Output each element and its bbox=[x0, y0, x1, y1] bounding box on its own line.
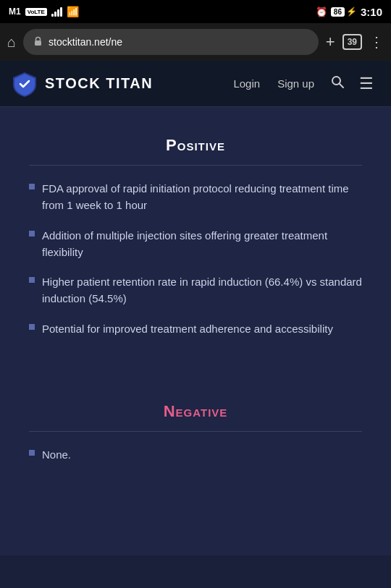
header-nav: Login Sign up ☰ bbox=[226, 70, 379, 98]
bullet-square-icon bbox=[29, 231, 35, 237]
positive-bullet-2: Addition of multiple injection sites off… bbox=[42, 227, 362, 261]
list-item: Addition of multiple injection sites off… bbox=[29, 227, 362, 261]
carrier-label: M1 bbox=[9, 7, 21, 17]
negative-section: Negative None. bbox=[12, 388, 379, 485]
add-tab-button[interactable]: + bbox=[326, 33, 335, 51]
address-text: stocktitan.net/ne bbox=[49, 36, 308, 48]
search-icon[interactable] bbox=[324, 70, 350, 97]
positive-title: Positive bbox=[29, 136, 362, 155]
positive-title-text: Positive bbox=[166, 136, 225, 154]
logo-shield-icon bbox=[12, 71, 38, 97]
bullet-square-icon bbox=[29, 450, 35, 456]
bullet-square-icon bbox=[29, 324, 35, 330]
tab-count-badge[interactable]: 39 bbox=[342, 34, 362, 50]
hamburger-menu-icon[interactable]: ☰ bbox=[353, 70, 379, 98]
alarm-icon: ⏰ bbox=[316, 7, 327, 17]
positive-divider bbox=[29, 165, 362, 166]
volte-badge: VoLTE bbox=[25, 8, 47, 16]
section-gap bbox=[0, 373, 391, 388]
negative-title: Negative bbox=[29, 402, 362, 421]
browser-chrome: ⌂ stocktitan.net/ne + 39 ⋮ bbox=[0, 23, 391, 61]
positive-bullet-4: Potential for improved treatment adheren… bbox=[42, 320, 333, 337]
list-item: FDA approval of rapid initiation protoco… bbox=[29, 180, 362, 214]
battery-level: 86 bbox=[331, 7, 345, 17]
negative-bullet-list: None. bbox=[29, 446, 362, 463]
site-header: STOCK TITAN Login Sign up ☰ bbox=[0, 61, 391, 107]
bullet-square-icon bbox=[29, 277, 35, 283]
status-bar: M1 VoLTE 📶 ⏰ 86 ⚡ 3:10 bbox=[0, 0, 391, 23]
signup-link[interactable]: Sign up bbox=[270, 73, 321, 94]
signal-bar-3 bbox=[57, 9, 59, 17]
svg-rect-0 bbox=[35, 41, 41, 46]
site-title: STOCK TITAN bbox=[45, 75, 153, 92]
browser-menu-button[interactable]: ⋮ bbox=[369, 33, 384, 51]
positive-bullet-3: Higher patient retention rate in rapid i… bbox=[42, 273, 362, 307]
status-left: M1 VoLTE 📶 bbox=[9, 6, 79, 17]
list-item: None. bbox=[29, 446, 362, 463]
wifi-icon: 📶 bbox=[67, 6, 79, 17]
status-right: ⏰ 86 ⚡ 3:10 bbox=[316, 6, 382, 18]
time-display: 3:10 bbox=[361, 6, 382, 18]
signal-bars bbox=[51, 7, 62, 17]
home-icon[interactable]: ⌂ bbox=[7, 34, 16, 51]
negative-divider bbox=[29, 431, 362, 432]
battery-container: 86 ⚡ bbox=[331, 7, 357, 17]
negative-bullet-1: None. bbox=[42, 446, 71, 463]
bolt-icon: ⚡ bbox=[346, 7, 357, 17]
positive-section: Positive FDA approval of rapid initiatio… bbox=[12, 122, 379, 359]
main-content: Positive FDA approval of rapid initiatio… bbox=[0, 107, 391, 555]
list-item: Higher patient retention rate in rapid i… bbox=[29, 273, 362, 307]
lock-icon bbox=[33, 36, 43, 48]
signal-bar-2 bbox=[54, 12, 56, 17]
bullet-square-icon bbox=[29, 184, 35, 189]
address-bar[interactable]: stocktitan.net/ne bbox=[23, 29, 319, 55]
list-item: Potential for improved treatment adheren… bbox=[29, 320, 362, 337]
svg-line-2 bbox=[340, 84, 343, 88]
positive-bullet-1: FDA approval of rapid initiation protoco… bbox=[42, 180, 362, 214]
signal-bar-1 bbox=[51, 14, 54, 17]
positive-bullet-list: FDA approval of rapid initiation protoco… bbox=[29, 180, 362, 337]
signal-bar-4 bbox=[60, 7, 62, 17]
negative-title-text: Negative bbox=[164, 402, 228, 420]
logo-container: STOCK TITAN bbox=[12, 71, 153, 97]
login-link[interactable]: Login bbox=[226, 73, 267, 94]
